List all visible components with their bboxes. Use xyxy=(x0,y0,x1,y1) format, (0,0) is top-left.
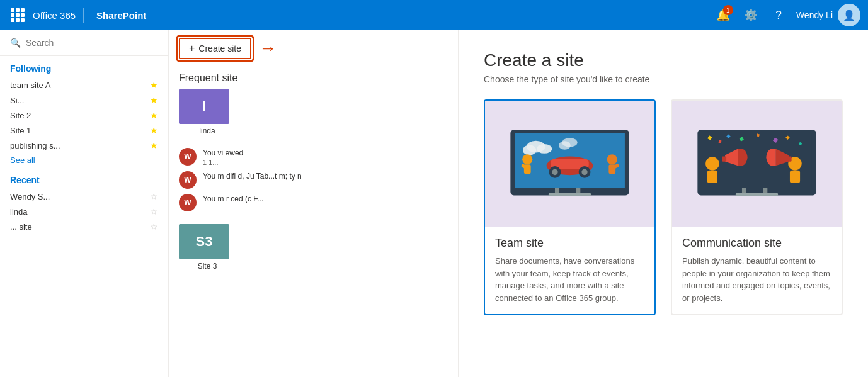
svg-point-7 xyxy=(559,141,571,149)
team-site-name: Team site xyxy=(495,237,644,250)
recent-item-1[interactable]: linda ☆ xyxy=(10,204,158,219)
following-section: Following team site A ★ Si... ★ Site 2 ★… xyxy=(0,56,168,167)
recent-section: Recent Wendy S... ☆ linda ☆ ... site ☆ xyxy=(0,167,168,237)
team-site-illustration xyxy=(485,101,654,227)
site-type-cards: Team site Share documents, have conversa… xyxy=(484,99,843,315)
activity-avatar-1: W xyxy=(179,171,197,189)
create-site-button[interactable]: + Create site xyxy=(179,38,251,59)
user-avatar: 👤 xyxy=(838,4,860,26)
following-item-3[interactable]: Site 1 ★ xyxy=(10,123,158,138)
notifications-button[interactable]: 🔔 1 xyxy=(711,3,736,28)
following-item-label: Si... xyxy=(10,96,24,105)
star-icon: ★ xyxy=(150,95,158,105)
comm-site-info: Communication site Publish dynamic, beau… xyxy=(672,227,842,314)
settings-button[interactable]: ⚙️ xyxy=(738,3,763,28)
frequent-sites-list: l linda xyxy=(179,89,448,135)
user-name: Wendy Li xyxy=(796,10,833,20)
comm-site-name: Communication site xyxy=(682,237,831,250)
office365-label: Office 365 xyxy=(33,10,76,21)
star-icon: ★ xyxy=(150,80,158,90)
arrow-icon: → xyxy=(259,38,277,59)
create-site-panel: Create a site Choose the type of site yo… xyxy=(459,30,868,377)
recent-item-2[interactable]: ... site ☆ xyxy=(10,219,158,234)
site-name-s3: Site 3 xyxy=(179,262,236,271)
frequent-sites-section: Frequent site l linda xyxy=(169,67,458,135)
site-icon-linda: l xyxy=(179,89,229,124)
team-site-info: Team site Share documents, have conversa… xyxy=(485,227,654,314)
following-item-0[interactable]: team site A ★ xyxy=(10,77,158,93)
following-item-4[interactable]: publishing s... ★ xyxy=(10,138,158,153)
recent-item-label: ... site xyxy=(10,222,32,232)
create-site-title: Create a site xyxy=(484,50,843,70)
activity-text-1: You m difi d, Ju Tab...t m; ty n xyxy=(203,171,302,182)
star-icon: ★ xyxy=(150,125,158,135)
following-item-1[interactable]: Si... ★ xyxy=(10,93,158,108)
sp-home-panel: + Create site → Frequent site l linda W … xyxy=(169,30,459,377)
star-icon: ★ xyxy=(150,140,158,150)
star-empty-icon: ☆ xyxy=(150,206,158,217)
svg-rect-35 xyxy=(707,171,717,183)
comm-site-desc: Publish dynamic, beautiful content to pe… xyxy=(682,255,831,304)
sharepoint-label: SharePoint xyxy=(96,10,146,21)
search-bar[interactable]: 🔍 xyxy=(0,30,168,56)
svg-point-17 xyxy=(607,154,617,164)
activity-section: W You vi ewed 1 1... W You m difi d, Ju … xyxy=(169,140,458,219)
comm-site-illustration xyxy=(672,101,842,227)
activity-avatar-0: W xyxy=(179,148,197,166)
following-title: Following xyxy=(10,64,158,74)
following-item-label: team site A xyxy=(10,81,50,90)
create-site-label: Create site xyxy=(198,43,241,53)
star-empty-icon: ☆ xyxy=(150,191,158,201)
activity-avatar-2: W xyxy=(179,194,197,211)
recent-item-label: Wendy S... xyxy=(10,192,50,201)
following-item-label: publishing s... xyxy=(10,141,60,150)
comm-site-card[interactable]: Communication site Publish dynamic, beau… xyxy=(671,99,843,315)
top-nav: Office 365 SharePoint 🔔 1 ⚙️ ? Wendy Li … xyxy=(0,0,868,30)
see-all-link[interactable]: See all xyxy=(10,155,158,165)
following-item-2[interactable]: Site 2 ★ xyxy=(10,108,158,123)
recent-item-label: linda xyxy=(10,207,27,217)
site-name-linda: linda xyxy=(179,127,236,135)
activity-text-0: You vi ewed xyxy=(203,148,243,159)
site3-card-section: S3 Site 3 xyxy=(169,224,458,271)
notification-badge: 1 xyxy=(723,5,733,15)
team-site-card[interactable]: Team site Share documents, have conversa… xyxy=(484,99,656,315)
svg-point-5 xyxy=(537,144,552,154)
svg-point-4 xyxy=(523,145,537,155)
panel-toolbar: + Create site → xyxy=(169,30,458,67)
activity-item-0: W You vi ewed 1 1... xyxy=(179,145,448,169)
user-menu[interactable]: Wendy Li 👤 xyxy=(796,4,860,26)
following-item-label: Site 2 xyxy=(10,111,31,120)
site-card-s3[interactable]: S3 Site 3 xyxy=(179,224,236,271)
svg-rect-41 xyxy=(787,157,792,162)
star-icon: ★ xyxy=(150,110,158,120)
main-layout: 🔍 Following team site A ★ Si... ★ Site 2… xyxy=(0,30,868,377)
svg-rect-22 xyxy=(549,193,591,196)
help-button[interactable]: ? xyxy=(766,3,791,28)
site-card-linda[interactable]: l linda xyxy=(179,89,236,135)
team-site-desc: Share documents, have conversations with… xyxy=(495,255,644,304)
create-site-subtitle: Choose the type of site you'd like to cr… xyxy=(484,74,843,84)
search-icon: 🔍 xyxy=(10,38,21,48)
svg-point-14 xyxy=(522,154,532,164)
star-empty-icon: ☆ xyxy=(150,222,158,232)
recent-item-0[interactable]: Wendy S... ☆ xyxy=(10,189,158,204)
waffle-button[interactable] xyxy=(8,5,28,25)
svg-rect-37 xyxy=(722,157,726,162)
svg-point-13 xyxy=(581,169,587,175)
search-input[interactable] xyxy=(26,38,158,48)
svg-rect-39 xyxy=(790,171,800,183)
activity-item-1: W You m difi d, Ju Tab...t m; ty n xyxy=(179,169,448,191)
frequent-sites-title: Frequent site xyxy=(179,72,448,84)
sidebar: 🔍 Following team site A ★ Si... ★ Site 2… xyxy=(0,30,169,377)
following-item-label: Site 1 xyxy=(10,126,31,135)
svg-rect-44 xyxy=(736,193,778,196)
activity-text-2: You m r ced (c F... xyxy=(203,194,263,205)
activity-item-2: W You m r ced (c F... xyxy=(179,191,448,214)
recent-title: Recent xyxy=(10,175,158,185)
plus-icon: + xyxy=(189,43,195,54)
svg-point-11 xyxy=(552,169,557,175)
activity-time-0: 1 1... xyxy=(203,159,243,166)
svg-point-34 xyxy=(705,157,719,171)
site-icon-s3: S3 xyxy=(179,224,229,259)
